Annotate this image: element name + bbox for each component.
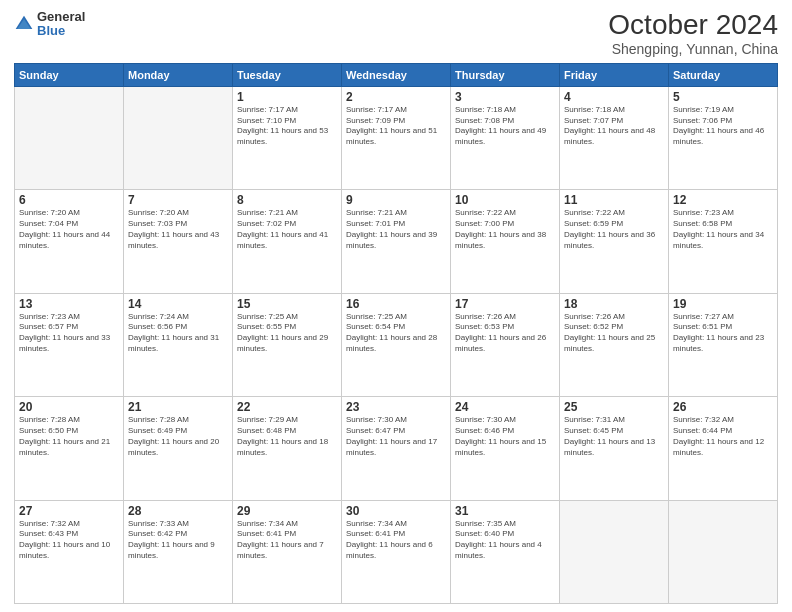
- calendar-week-2: 6Sunrise: 7:20 AM Sunset: 7:04 PM Daylig…: [15, 190, 778, 293]
- calendar-cell: 9Sunrise: 7:21 AM Sunset: 7:01 PM Daylig…: [342, 190, 451, 293]
- day-number: 17: [455, 297, 555, 311]
- calendar-cell: [669, 500, 778, 603]
- day-number: 27: [19, 504, 119, 518]
- logo-text: General Blue: [37, 10, 85, 39]
- day-info: Sunrise: 7:26 AM Sunset: 6:53 PM Dayligh…: [455, 312, 555, 355]
- col-tuesday: Tuesday: [233, 63, 342, 86]
- day-info: Sunrise: 7:18 AM Sunset: 7:08 PM Dayligh…: [455, 105, 555, 148]
- calendar-week-3: 13Sunrise: 7:23 AM Sunset: 6:57 PM Dayli…: [15, 293, 778, 396]
- logo-icon: [14, 14, 34, 34]
- calendar-cell: 18Sunrise: 7:26 AM Sunset: 6:52 PM Dayli…: [560, 293, 669, 396]
- day-info: Sunrise: 7:29 AM Sunset: 6:48 PM Dayligh…: [237, 415, 337, 458]
- day-number: 16: [346, 297, 446, 311]
- calendar-cell: 16Sunrise: 7:25 AM Sunset: 6:54 PM Dayli…: [342, 293, 451, 396]
- day-number: 4: [564, 90, 664, 104]
- calendar-cell: [560, 500, 669, 603]
- day-number: 8: [237, 193, 337, 207]
- calendar-cell: 29Sunrise: 7:34 AM Sunset: 6:41 PM Dayli…: [233, 500, 342, 603]
- day-info: Sunrise: 7:30 AM Sunset: 6:46 PM Dayligh…: [455, 415, 555, 458]
- day-info: Sunrise: 7:33 AM Sunset: 6:42 PM Dayligh…: [128, 519, 228, 562]
- calendar-cell: 15Sunrise: 7:25 AM Sunset: 6:55 PM Dayli…: [233, 293, 342, 396]
- calendar-cell: 26Sunrise: 7:32 AM Sunset: 6:44 PM Dayli…: [669, 397, 778, 500]
- day-number: 30: [346, 504, 446, 518]
- day-number: 15: [237, 297, 337, 311]
- calendar-cell: 17Sunrise: 7:26 AM Sunset: 6:53 PM Dayli…: [451, 293, 560, 396]
- calendar-header: Sunday Monday Tuesday Wednesday Thursday…: [15, 63, 778, 86]
- col-friday: Friday: [560, 63, 669, 86]
- day-number: 29: [237, 504, 337, 518]
- day-number: 22: [237, 400, 337, 414]
- day-number: 31: [455, 504, 555, 518]
- subtitle: Shengping, Yunnan, China: [608, 41, 778, 57]
- day-info: Sunrise: 7:32 AM Sunset: 6:44 PM Dayligh…: [673, 415, 773, 458]
- day-info: Sunrise: 7:25 AM Sunset: 6:55 PM Dayligh…: [237, 312, 337, 355]
- day-info: Sunrise: 7:26 AM Sunset: 6:52 PM Dayligh…: [564, 312, 664, 355]
- day-number: 7: [128, 193, 228, 207]
- day-info: Sunrise: 7:31 AM Sunset: 6:45 PM Dayligh…: [564, 415, 664, 458]
- day-number: 12: [673, 193, 773, 207]
- day-number: 5: [673, 90, 773, 104]
- day-number: 10: [455, 193, 555, 207]
- day-info: Sunrise: 7:19 AM Sunset: 7:06 PM Dayligh…: [673, 105, 773, 148]
- day-number: 24: [455, 400, 555, 414]
- day-number: 2: [346, 90, 446, 104]
- header: General Blue October 2024 Shengping, Yun…: [14, 10, 778, 57]
- day-number: 1: [237, 90, 337, 104]
- calendar-cell: 14Sunrise: 7:24 AM Sunset: 6:56 PM Dayli…: [124, 293, 233, 396]
- header-row: Sunday Monday Tuesday Wednesday Thursday…: [15, 63, 778, 86]
- col-wednesday: Wednesday: [342, 63, 451, 86]
- day-number: 20: [19, 400, 119, 414]
- page: General Blue October 2024 Shengping, Yun…: [0, 0, 792, 612]
- calendar-cell: 13Sunrise: 7:23 AM Sunset: 6:57 PM Dayli…: [15, 293, 124, 396]
- calendar-cell: 28Sunrise: 7:33 AM Sunset: 6:42 PM Dayli…: [124, 500, 233, 603]
- day-number: 28: [128, 504, 228, 518]
- day-info: Sunrise: 7:25 AM Sunset: 6:54 PM Dayligh…: [346, 312, 446, 355]
- calendar-cell: 11Sunrise: 7:22 AM Sunset: 6:59 PM Dayli…: [560, 190, 669, 293]
- day-info: Sunrise: 7:20 AM Sunset: 7:04 PM Dayligh…: [19, 208, 119, 251]
- day-info: Sunrise: 7:23 AM Sunset: 6:58 PM Dayligh…: [673, 208, 773, 251]
- day-info: Sunrise: 7:20 AM Sunset: 7:03 PM Dayligh…: [128, 208, 228, 251]
- calendar-table: Sunday Monday Tuesday Wednesday Thursday…: [14, 63, 778, 604]
- day-info: Sunrise: 7:35 AM Sunset: 6:40 PM Dayligh…: [455, 519, 555, 562]
- day-info: Sunrise: 7:21 AM Sunset: 7:01 PM Dayligh…: [346, 208, 446, 251]
- calendar-cell: 1Sunrise: 7:17 AM Sunset: 7:10 PM Daylig…: [233, 86, 342, 189]
- logo: General Blue: [14, 10, 85, 39]
- day-info: Sunrise: 7:24 AM Sunset: 6:56 PM Dayligh…: [128, 312, 228, 355]
- day-number: 23: [346, 400, 446, 414]
- calendar-cell: 27Sunrise: 7:32 AM Sunset: 6:43 PM Dayli…: [15, 500, 124, 603]
- day-info: Sunrise: 7:28 AM Sunset: 6:49 PM Dayligh…: [128, 415, 228, 458]
- col-thursday: Thursday: [451, 63, 560, 86]
- day-number: 11: [564, 193, 664, 207]
- day-info: Sunrise: 7:23 AM Sunset: 6:57 PM Dayligh…: [19, 312, 119, 355]
- day-number: 18: [564, 297, 664, 311]
- main-title: October 2024: [608, 10, 778, 41]
- day-number: 9: [346, 193, 446, 207]
- calendar-cell: 6Sunrise: 7:20 AM Sunset: 7:04 PM Daylig…: [15, 190, 124, 293]
- title-area: October 2024 Shengping, Yunnan, China: [608, 10, 778, 57]
- day-info: Sunrise: 7:18 AM Sunset: 7:07 PM Dayligh…: [564, 105, 664, 148]
- day-number: 26: [673, 400, 773, 414]
- calendar-cell: 7Sunrise: 7:20 AM Sunset: 7:03 PM Daylig…: [124, 190, 233, 293]
- calendar-cell: 20Sunrise: 7:28 AM Sunset: 6:50 PM Dayli…: [15, 397, 124, 500]
- calendar-week-5: 27Sunrise: 7:32 AM Sunset: 6:43 PM Dayli…: [15, 500, 778, 603]
- col-saturday: Saturday: [669, 63, 778, 86]
- calendar-cell: [15, 86, 124, 189]
- calendar-cell: 25Sunrise: 7:31 AM Sunset: 6:45 PM Dayli…: [560, 397, 669, 500]
- calendar-cell: [124, 86, 233, 189]
- calendar-cell: 23Sunrise: 7:30 AM Sunset: 6:47 PM Dayli…: [342, 397, 451, 500]
- calendar-cell: 4Sunrise: 7:18 AM Sunset: 7:07 PM Daylig…: [560, 86, 669, 189]
- day-info: Sunrise: 7:21 AM Sunset: 7:02 PM Dayligh…: [237, 208, 337, 251]
- day-info: Sunrise: 7:22 AM Sunset: 7:00 PM Dayligh…: [455, 208, 555, 251]
- day-info: Sunrise: 7:34 AM Sunset: 6:41 PM Dayligh…: [237, 519, 337, 562]
- calendar-body: 1Sunrise: 7:17 AM Sunset: 7:10 PM Daylig…: [15, 86, 778, 603]
- calendar-cell: 30Sunrise: 7:34 AM Sunset: 6:41 PM Dayli…: [342, 500, 451, 603]
- day-number: 13: [19, 297, 119, 311]
- day-info: Sunrise: 7:28 AM Sunset: 6:50 PM Dayligh…: [19, 415, 119, 458]
- calendar-cell: 19Sunrise: 7:27 AM Sunset: 6:51 PM Dayli…: [669, 293, 778, 396]
- day-info: Sunrise: 7:22 AM Sunset: 6:59 PM Dayligh…: [564, 208, 664, 251]
- calendar-week-1: 1Sunrise: 7:17 AM Sunset: 7:10 PM Daylig…: [15, 86, 778, 189]
- calendar-cell: 2Sunrise: 7:17 AM Sunset: 7:09 PM Daylig…: [342, 86, 451, 189]
- col-sunday: Sunday: [15, 63, 124, 86]
- calendar-cell: 10Sunrise: 7:22 AM Sunset: 7:00 PM Dayli…: [451, 190, 560, 293]
- day-number: 25: [564, 400, 664, 414]
